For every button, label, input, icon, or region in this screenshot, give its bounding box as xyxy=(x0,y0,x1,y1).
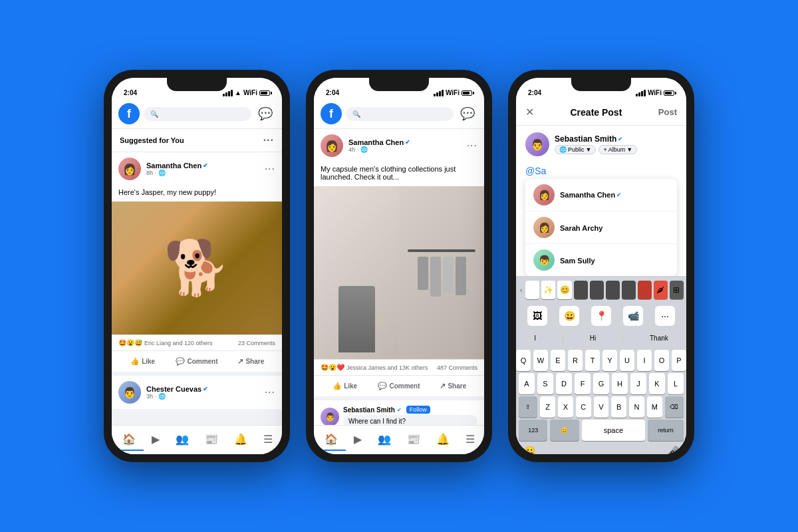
key-q[interactable]: Q xyxy=(516,350,531,371)
emoji-key-happy[interactable]: 😊 xyxy=(557,281,571,299)
key-j[interactable]: J xyxy=(630,373,646,394)
messenger-icon-1[interactable]: 💬 xyxy=(255,106,275,121)
mention-text-area[interactable]: @Sa xyxy=(516,163,686,179)
share-button-2[interactable]: ↗ Share xyxy=(426,378,480,394)
key-r[interactable]: R xyxy=(568,350,583,371)
post-header-1: 👩 Samantha Chen ✔ 8h · 🌐 ··· xyxy=(112,152,282,186)
like-button-2[interactable]: 👍 Like xyxy=(318,378,372,394)
emoji-key-blank[interactable] xyxy=(525,281,539,299)
nav-people-1[interactable]: 👥 xyxy=(168,429,197,451)
key-emoji-bottom[interactable]: 😊 xyxy=(550,420,579,441)
nav-people-2[interactable]: 👥 xyxy=(370,429,399,451)
nav-home-1[interactable]: 🏠 xyxy=(114,429,144,451)
key-n[interactable]: N xyxy=(629,396,644,418)
mention-item-sam[interactable]: 👦 Sam Sully xyxy=(525,244,677,276)
emoji-key-dark3[interactable] xyxy=(606,281,620,299)
clothing-image xyxy=(314,186,484,359)
key-f[interactable]: F xyxy=(575,373,591,394)
search-box-2[interactable]: 🔍 xyxy=(346,107,454,121)
nav-bell-1[interactable]: 🔔 xyxy=(226,429,255,451)
nav-menu-1[interactable]: ☰ xyxy=(255,429,281,451)
mention-item-samantha[interactable]: 👩 Samantha Chen ✔ xyxy=(525,179,677,211)
emoji-key-sparkle[interactable]: ✨ xyxy=(541,281,555,299)
emoji-key-red[interactable] xyxy=(638,281,652,299)
nav-video-1[interactable]: ▶ xyxy=(144,429,168,451)
album-badge[interactable]: + Album ▼ xyxy=(598,145,637,154)
nav-news-1[interactable]: 📰 xyxy=(197,429,226,451)
emoji-toolbar-icon[interactable]: 😀 xyxy=(559,306,579,326)
image-toolbar-icon[interactable]: 🖼 xyxy=(527,306,547,326)
nav-news-2[interactable]: 📰 xyxy=(399,429,428,451)
close-button[interactable]: ✕ xyxy=(525,106,534,118)
nav-bell-2[interactable]: 🔔 xyxy=(428,429,458,451)
key-d[interactable]: D xyxy=(556,373,572,394)
key-y[interactable]: Y xyxy=(602,350,617,371)
suggestion-2[interactable]: Thank xyxy=(644,333,674,345)
key-l[interactable]: L xyxy=(668,373,684,394)
key-backspace[interactable]: ⌫ xyxy=(665,396,684,418)
nav-menu-2[interactable]: ☰ xyxy=(458,429,483,451)
avatar-sebastian-create[interactable]: 👨 xyxy=(525,132,549,156)
key-g[interactable]: G xyxy=(593,373,609,394)
post-detail-username[interactable]: Samantha Chen ✔ xyxy=(348,138,462,146)
follow-badge[interactable]: Follow xyxy=(406,406,430,414)
key-c[interactable]: C xyxy=(576,396,591,418)
post-options-2[interactable]: ··· xyxy=(265,386,275,398)
avatar-samantha-2[interactable]: 👩 xyxy=(321,134,343,157)
post-button[interactable]: Post xyxy=(658,107,677,117)
emoji-key-dark2[interactable] xyxy=(590,281,604,299)
key-i[interactable]: I xyxy=(637,350,652,371)
video-toolbar-icon[interactable]: 📹 xyxy=(623,306,643,326)
mic-icon[interactable]: 🎤 xyxy=(667,446,678,454)
key-o[interactable]: O xyxy=(654,350,669,371)
comment-button-1[interactable]: 💬 Comment xyxy=(170,354,223,369)
key-return[interactable]: return xyxy=(648,420,684,441)
more-toolbar-icon[interactable]: ··· xyxy=(655,306,675,326)
suggested-banner: Suggested for You ··· xyxy=(112,129,282,152)
key-w[interactable]: W xyxy=(533,350,548,371)
key-shift[interactable]: ⇧ xyxy=(519,396,537,418)
suggestion-1[interactable]: Hi xyxy=(585,333,601,345)
key-s[interactable]: S xyxy=(537,373,553,394)
suggested-dots[interactable]: ··· xyxy=(263,134,274,146)
avatar-samantha-1[interactable]: 👩 xyxy=(118,158,141,180)
suggestion-0[interactable]: I xyxy=(529,333,541,345)
key-space[interactable]: space xyxy=(582,420,646,441)
mention-item-sarah[interactable]: 👩 Sarah Archy xyxy=(525,211,677,244)
key-h[interactable]: H xyxy=(612,373,628,394)
messenger-icon-2[interactable]: 💬 xyxy=(458,106,477,121)
share-button-1[interactable]: ↗ Share xyxy=(224,354,278,369)
emoji-face-icon[interactable]: 😀 xyxy=(524,446,535,454)
emoji-key-dark4[interactable] xyxy=(622,281,636,299)
post-options-1[interactable]: ··· xyxy=(265,163,275,175)
key-u[interactable]: U xyxy=(620,350,634,371)
emoji-key-dark1[interactable] xyxy=(574,281,588,299)
key-b[interactable]: B xyxy=(611,396,626,418)
key-z[interactable]: Z xyxy=(540,396,555,418)
key-k[interactable]: K xyxy=(649,373,665,394)
status-icons-1: ▲ WiFi xyxy=(223,89,270,96)
location-toolbar-icon[interactable]: 📍 xyxy=(591,306,611,326)
key-p[interactable]: P xyxy=(672,350,686,371)
post-username-2[interactable]: Chester Cuevas ✔ xyxy=(146,385,259,393)
like-button-1[interactable]: 👍 Like xyxy=(116,354,170,369)
post-username-1[interactable]: Samantha Chen ✔ xyxy=(146,162,259,170)
nav-video-2[interactable]: ▶ xyxy=(346,429,370,451)
search-box-1[interactable]: 🔍 xyxy=(144,107,251,121)
emoji-key-grid[interactable]: ⊞ xyxy=(670,281,684,299)
comment-button-2[interactable]: 💬 Comment xyxy=(372,378,426,394)
key-numbers[interactable]: 123 xyxy=(519,420,547,441)
emoji-bar-arrow-left[interactable]: ‹ xyxy=(519,281,523,299)
avatar-sebastian[interactable]: 👨 xyxy=(321,408,339,426)
key-v[interactable]: V xyxy=(594,396,609,418)
post-detail-options[interactable]: ··· xyxy=(467,140,477,152)
key-m[interactable]: M xyxy=(647,396,662,418)
emoji-key-red2[interactable]: 🌶 xyxy=(654,281,668,299)
privacy-badge[interactable]: 🌐 Public ▼ xyxy=(555,145,596,154)
nav-home-2[interactable]: 🏠 xyxy=(317,429,346,451)
key-t[interactable]: T xyxy=(585,350,600,371)
key-x[interactable]: X xyxy=(558,396,573,418)
key-e[interactable]: E xyxy=(551,350,565,371)
key-a[interactable]: A xyxy=(519,373,535,394)
avatar-chester[interactable]: 👨 xyxy=(118,381,141,404)
